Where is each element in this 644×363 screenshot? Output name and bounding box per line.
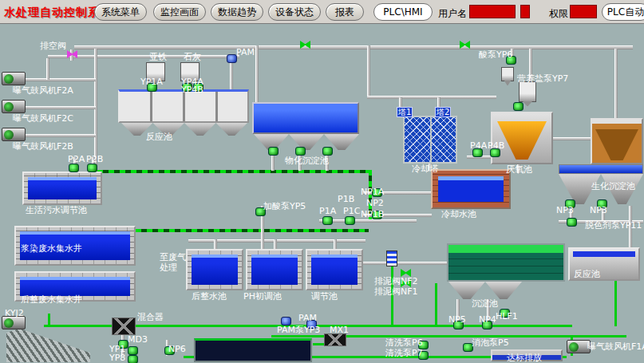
scada-label: 反应池 xyxy=(574,270,600,279)
pump-icon[interactable] xyxy=(295,147,306,156)
tank-screen xyxy=(6,329,90,362)
scada-label: NP2 xyxy=(366,199,384,208)
pump-icon[interactable] xyxy=(268,147,279,156)
pipe-segment xyxy=(24,134,96,137)
scada-label: 浆染废水集水井 xyxy=(21,244,82,254)
blower-icon[interactable] xyxy=(2,100,26,113)
pipe-segment xyxy=(24,78,96,81)
scada-label: 营养盐泵YP7 xyxy=(517,74,568,84)
scada-label: PAM xyxy=(236,48,255,57)
scada-label: YP8 xyxy=(109,353,125,363)
scada-label: NP5 xyxy=(448,315,466,325)
scada-label: 沉淀池 xyxy=(472,299,498,309)
tank-blue xyxy=(252,102,359,134)
pipe-segment xyxy=(319,219,417,223)
pipe-segment xyxy=(255,45,259,103)
pipe-segment xyxy=(230,62,233,91)
pipe-segment xyxy=(614,281,617,326)
pump-icon[interactable] xyxy=(69,164,79,172)
tank-meter xyxy=(386,251,397,266)
plc-hmi-button[interactable]: PLC\HMI xyxy=(373,3,433,21)
scada-label: 排泥阀NF1 xyxy=(374,287,418,297)
scada-label: 处理 xyxy=(160,263,177,273)
scada-label: 后整废水集水井 xyxy=(21,295,82,305)
login-indicator xyxy=(520,5,530,18)
tank-mixer xyxy=(112,318,136,335)
scada-label: 曝气鼓风机F2B xyxy=(13,142,73,152)
pump-icon[interactable] xyxy=(345,216,355,225)
pipe-segment xyxy=(74,45,633,49)
pump-icon[interactable] xyxy=(322,147,333,156)
scada-label: 脱色剂泵YP11 xyxy=(585,221,642,231)
blower-icon[interactable] xyxy=(2,128,26,141)
scada-label: HLF1 xyxy=(496,312,518,322)
scada-label: MD3 xyxy=(128,335,148,345)
scada-label: 冷却水池 xyxy=(441,210,476,219)
plc-auto-button[interactable]: PLC自动 xyxy=(602,3,644,21)
pipe-segment xyxy=(614,49,618,119)
tank-block xyxy=(22,172,102,205)
tank-brick xyxy=(431,169,511,209)
pump-icon[interactable] xyxy=(513,102,523,111)
tank-brown xyxy=(591,118,643,164)
scada-label: NP1B xyxy=(361,210,384,219)
scada-label: 酸泵YP6 xyxy=(479,50,512,60)
pump-icon[interactable] xyxy=(128,346,138,355)
scada-label: 石灰 xyxy=(184,53,201,62)
tank-mixer xyxy=(324,333,346,346)
blower-icon[interactable] xyxy=(2,72,26,85)
scada-label: 冷却塔 xyxy=(412,164,438,174)
tank-green xyxy=(447,243,565,282)
pipe-segment xyxy=(552,137,592,140)
device-status-button[interactable]: 设备状态 xyxy=(268,3,321,21)
scada-label: MX1 xyxy=(330,326,349,335)
scada-label: 生活污水调节池 xyxy=(26,206,87,215)
scada-label: PAM泵YP3 xyxy=(277,326,320,335)
pipe-segment xyxy=(435,283,437,325)
pipe-segment xyxy=(97,170,370,173)
pump-icon[interactable] xyxy=(128,355,138,363)
scada-label: NP3 xyxy=(590,206,607,215)
water-band xyxy=(559,164,643,174)
tank-block xyxy=(306,249,363,290)
scada-label: 后整水池 xyxy=(192,292,227,302)
hopper-funnel xyxy=(216,123,248,136)
tank-cool xyxy=(403,116,457,164)
scada-label: 厌氧池 xyxy=(506,165,532,175)
username-input[interactable] xyxy=(469,5,516,18)
scada-label: 亚铁 xyxy=(149,53,167,62)
scada-label: NP6 xyxy=(168,345,186,354)
scada-label: P2B xyxy=(86,155,103,164)
scada-label: KYJ2 xyxy=(5,309,24,318)
system-menu-button[interactable]: 系统菜单 xyxy=(94,3,147,21)
monitor-screen-button[interactable]: 监控画面 xyxy=(153,3,206,21)
pipe-segment xyxy=(136,229,369,232)
scada-label: 调节池 xyxy=(311,292,338,302)
scada-label: 达标排放 xyxy=(507,353,542,363)
tank-hop xyxy=(448,282,522,299)
report-button[interactable]: 报表 xyxy=(326,3,364,21)
pipe-segment xyxy=(46,58,49,80)
scada-label: 物化沉淀池 xyxy=(285,156,329,166)
hopper-funnel xyxy=(485,282,522,299)
pump-icon[interactable] xyxy=(322,216,333,225)
scada-label: 排空阀 xyxy=(40,41,66,51)
pump-icon[interactable] xyxy=(567,218,577,227)
pipe-segment xyxy=(367,96,496,99)
scada-label: NP1A xyxy=(361,187,384,197)
scada-label: PAM xyxy=(298,314,317,323)
permission-input[interactable] xyxy=(570,5,597,18)
scada-label: 至废气 xyxy=(160,253,186,262)
data-trend-button[interactable]: 数据趋势 xyxy=(211,3,263,21)
permission-label: 权限 xyxy=(549,7,568,21)
scada-label: 塔1 xyxy=(397,107,413,117)
tank-block xyxy=(246,249,303,290)
scada-label: 曝气鼓风机F1A xyxy=(587,342,644,352)
pump-icon[interactable] xyxy=(87,164,97,172)
tank-chem xyxy=(519,81,536,102)
scada-label: 清洗泵P6 xyxy=(385,338,423,348)
hopper-funnel xyxy=(184,123,216,136)
username-label: 用户名 xyxy=(438,7,467,21)
scada-label: 消泡泵P5 xyxy=(472,338,509,348)
scada-label: NP4 xyxy=(479,315,496,325)
